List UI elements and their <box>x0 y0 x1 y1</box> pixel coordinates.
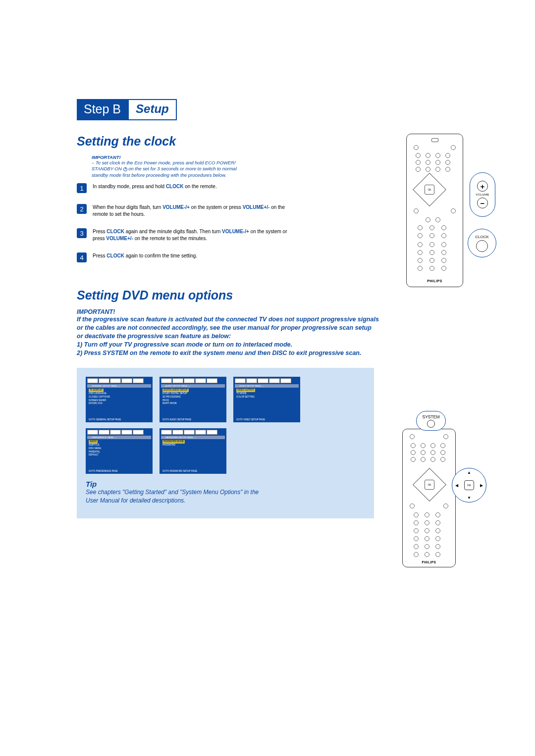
tip-line-1: See chapters "Getting Started" and "Syst… <box>86 489 259 496</box>
standby-on-icon <box>123 167 127 171</box>
system-callout: SYSTEM <box>416 411 446 431</box>
item: PARENTAL <box>89 451 150 454</box>
step-4-text: Press CLOCK again to confirm the time se… <box>93 252 197 259</box>
imp-line-2a: STANDBY-ON <box>92 166 123 171</box>
dvd-p2: 1) Turn off your TV progressive scan mod… <box>77 341 292 348</box>
step-num-3: 3 <box>77 228 87 238</box>
t: Press <box>93 253 107 258</box>
panel-footer: GOTO PREFERENCE PAGE <box>89 470 118 472</box>
volume-label: VOLUME <box>476 193 489 196</box>
clock-label: CLOCK <box>475 235 489 239</box>
item: DEFAULT <box>89 454 150 457</box>
step-badge-right: Setup <box>128 99 177 120</box>
kw-vol: VOLUME+/- <box>243 204 270 210</box>
important-body-big: If the progressive scan feature is activ… <box>77 315 379 357</box>
item: DISC MENU <box>89 447 150 451</box>
t: In standby mode, press and hold <box>93 184 166 189</box>
item: CLOSED CAPTIONS <box>89 396 150 399</box>
item: PASSWORD MODE <box>162 440 185 444</box>
item: COLOR SETTING <box>236 396 297 399</box>
item: SUBTITLE <box>89 444 150 447</box>
item: SCREEN SAVER <box>89 399 150 403</box>
t: again to confirm the time setting. <box>124 253 197 258</box>
step-2-text: When the hour digits flash, turn VOLUME-… <box>93 204 295 217</box>
preference-setup-panel: - - PREFERENCE PAGE - - AUDIO SUBTITLE D… <box>86 428 153 474</box>
password-setup-panel: - - PASSWORD SETUP PAGE - - PASSWORD MOD… <box>160 428 226 474</box>
item: TV DISPLAY <box>89 389 104 392</box>
kw-clock: CLOCK <box>166 184 184 189</box>
step-num-4: 4 <box>77 252 87 262</box>
item: HDCD <box>162 399 223 403</box>
arrow-down-icon: ▼ <box>467 496 471 500</box>
step-header: Step B Setup <box>77 99 458 120</box>
panel-title: - - PASSWORD SETUP PAGE - - <box>161 436 225 439</box>
section-title-dvd: Setting DVD menu options <box>77 288 458 302</box>
remote-illustration-bottom: OK PHILIPS <box>402 429 456 567</box>
panel-title: - - VIDEO SETUP PAGE - - <box>235 384 299 388</box>
step-badge-left: Step B <box>77 99 128 120</box>
minus-icon: − <box>477 198 488 208</box>
item: AUDIO <box>89 440 98 444</box>
dvd-p1: If the progressive scan feature is activ… <box>77 316 379 340</box>
t: on the remote to set the minutes. <box>133 236 207 241</box>
system-button-ring-icon <box>427 420 435 428</box>
t: again and the minute digits flash. Then … <box>124 229 222 234</box>
tip-body: See chapters "Getting Started" and "Syst… <box>86 488 365 504</box>
step-1-text: In standby mode, press and hold CLOCK on… <box>93 183 217 190</box>
important-body-small: – To set clock in the Eco Power mode, pr… <box>92 160 290 178</box>
clock-callout: CLOCK <box>468 229 496 257</box>
audio-setup-panel: - - AUDIO SETUP PAGE - - DIGITAL AUDIO S… <box>160 377 226 422</box>
dvd-p3: 2) Press SYSTEM on the remote to exit th… <box>77 350 361 356</box>
step-3-text: Press CLOCK again and the minute digits … <box>93 228 295 242</box>
volume-callout: + VOLUME − <box>470 172 495 217</box>
panel-title: - - AUDIO SETUP PAGE - - <box>161 384 225 388</box>
panel-footer: GOTO GENERAL SETUP PAGE <box>89 418 121 421</box>
plus-icon: + <box>477 181 488 192</box>
setting-the-clock-section: Setting the clock IMPORTANT! – To set cl… <box>77 134 458 262</box>
step-4: 4 Press CLOCK again to confirm the time … <box>77 252 295 262</box>
system-label: SYSTEM <box>423 414 440 419</box>
panel-footer: GOTO PASSWORD SETUP PAGE <box>162 470 197 472</box>
nav-ok-callout: ▲ ◀ OK ▶ ▼ <box>452 468 486 503</box>
remote-illustration-bottom-wrap: OK PHILIPS <box>397 414 462 567</box>
remote-brand: PHILIPS <box>403 560 455 564</box>
step-num-2: 2 <box>77 204 87 214</box>
item: TV MODE <box>236 392 297 396</box>
remote-brand: PHILIPS <box>407 279 463 283</box>
ok-button-nav: OK <box>464 480 474 490</box>
remote-ok-button: OK <box>425 480 434 490</box>
t: Press <box>93 229 107 234</box>
item: DOLBY DIGITAL SETUP <box>162 392 223 396</box>
item: NIGHT MODE <box>162 402 223 405</box>
panel-footer: GOTO AUDIO SETUP PAGE <box>162 418 191 421</box>
panel-title: - - GENERAL SETUP PAGE - - <box>87 384 151 388</box>
item: OSD LANGUAGE <box>89 392 150 396</box>
kw-clock: CLOCK <box>107 229 124 234</box>
remote-ir-window <box>431 138 438 142</box>
panel-footer: GOTO VIDEO SETUP PAGE <box>236 418 265 421</box>
item: DIGITAL AUDIO SETUP <box>162 389 189 392</box>
kw-vol: VOLUME+/- <box>106 236 133 241</box>
panel-title: - - PREFERENCE PAGE - - <box>87 436 151 439</box>
item: 3D PROCESSING <box>162 396 223 399</box>
step-num-1: 1 <box>77 183 87 193</box>
step-3: 3 Press CLOCK again and the minute digit… <box>77 228 295 242</box>
kw-clock: CLOCK <box>107 253 124 258</box>
video-setup-panel: - - VIDEO SETUP PAGE - - VIDEO OUTPUT TV… <box>233 377 300 422</box>
arrow-up-icon: ▲ <box>467 470 471 475</box>
imp-line-2b: on the set for 3 seconds or more to swit… <box>128 166 237 171</box>
item: VIDEO OUTPUT <box>236 389 255 392</box>
remote-ok-button: OK <box>425 185 434 195</box>
step-1: 1 In standby mode, press and hold CLOCK … <box>77 183 295 193</box>
important-label-big: IMPORTANT! <box>77 308 458 315</box>
t: on the remote. <box>183 184 216 189</box>
clock-button-ring-icon <box>476 240 488 252</box>
step-2: 2 When the hour digits flash, turn VOLUM… <box>77 204 295 217</box>
kw-vol: VOLUME-/+ <box>162 204 190 210</box>
item: PASSWORD <box>162 444 223 447</box>
general-setup-panel: - - GENERAL SETUP PAGE - - TV DISPLAY OS… <box>86 377 153 422</box>
t: When the hour digits flash, turn <box>93 204 162 210</box>
kw-vol: VOLUME-/+ <box>222 229 249 234</box>
tip-line-2: User Manual for detailed descriptions. <box>86 497 185 504</box>
section-title-clock: Setting the clock <box>77 134 458 149</box>
